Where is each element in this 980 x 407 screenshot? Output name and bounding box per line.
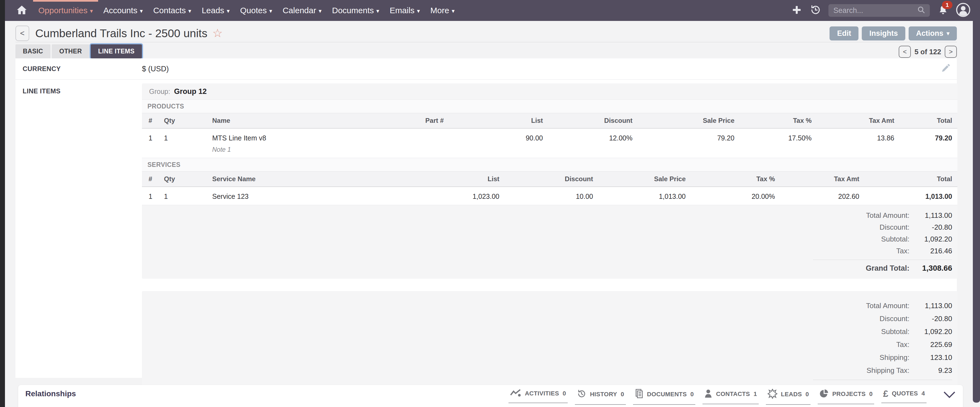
insights-button[interactable]: Insights [862,27,905,41]
service-discount: 10.00 [502,187,596,205]
history-icon [576,389,587,400]
product-name: MTS Line Item v8 [212,134,399,142]
relationships-tab-leads[interactable]: LEADS 0 [766,387,810,405]
nav-item-emails[interactable]: Emails▾ [385,0,425,21]
overall-totals: Total Amount:1,113.00 Discount:-20.80 Su… [142,295,958,399]
history-clock-icon [810,4,821,17]
chevron-left-icon: < [20,29,24,38]
page-title: Cumberland Trails Inc - 2500 units [35,27,207,40]
product-qty: 1 [161,128,210,158]
contacts-icon [704,389,713,399]
tab-other[interactable]: OTHER [52,44,89,59]
line-items-group: Group: Group 12 PRODUCTS # Qty Name [142,84,958,279]
column-header: # [142,113,161,128]
tab-count: 0 [690,391,694,398]
nav-item-label: Accounts [103,6,137,15]
column-header: List [402,171,502,187]
tab-count: 0 [805,391,809,398]
group-totals: Total Amount:1,113.00 Discount:-20.80 Su… [142,205,958,279]
page-scrollbar[interactable] [973,0,980,402]
overall-totals-panel: Total Amount:1,113.00 Discount:-20.80 Su… [142,291,958,399]
nav-item-contacts[interactable]: Contacts▾ [148,0,197,21]
nav-item-leads[interactable]: Leads▾ [197,0,235,21]
search-input[interactable] [833,6,917,15]
tab-line-items[interactable]: LINE ITEMS [91,44,142,59]
relationships-tab-activities[interactable]: ACTIVITIES 0 [509,387,568,403]
relationships-tab-quotes[interactable]: £ QUOTES 4 [881,387,926,403]
tab-label: PROJECTS [832,391,865,397]
total-value: 225.69 [910,340,952,349]
nav-item-label: Opportunities [38,6,88,15]
back-button[interactable]: < [16,25,29,41]
collapse-panel-button[interactable] [943,391,956,400]
notifications-button[interactable]: 1 [938,5,948,16]
service-list-price: 1,023.00 [402,187,502,205]
documents-icon [635,389,643,400]
product-part-number [402,128,447,158]
record-detail-panel: CURRENCY $ (USD) LINE ITEMS Group: Group… [16,59,957,378]
record-pagination: < 5 of 122 > [899,46,957,58]
nav-right-cluster: 1 [792,3,980,19]
total-value: 216.46 [910,247,952,255]
nav-item-label: Contacts [153,6,186,15]
currency-field-value: $ (USD) [142,65,169,73]
nav-item-quotes[interactable]: Quotes▾ [235,0,277,21]
caret-down-icon: ▾ [376,8,379,14]
pound-icon: £ [883,389,888,398]
tab-label: HISTORY [590,391,617,398]
next-record-button[interactable]: > [945,46,957,58]
home-button[interactable] [16,5,27,16]
caret-down-icon: ▾ [417,8,420,14]
product-name-cell: MTS Line Item v8 Note 1 [210,128,402,158]
favorite-star-icon[interactable]: ☆ [212,27,223,39]
services-section-label: SERVICES [142,158,958,171]
total-value: -20.80 [910,223,952,231]
nav-item-documents[interactable]: Documents▾ [327,0,385,21]
relationships-tab-contacts[interactable]: CONTACTS 1 [703,387,759,404]
active-nav-indicator [33,0,98,2]
inline-edit-pencil-icon[interactable] [941,63,950,74]
edit-button[interactable]: Edit [829,27,859,41]
tab-basic[interactable]: BASIC [16,44,51,59]
column-header: Total [897,113,958,128]
search-icon [917,6,926,15]
previous-record-button[interactable]: < [899,46,911,58]
record-tabs: BASIC OTHER LINE ITEMS < 5 of 122 > [16,45,957,59]
nav-item-opportunities[interactable]: Opportunities▾ [33,0,98,21]
total-label: Subtotal: [881,328,910,336]
currency-field-row: CURRENCY $ (USD) [16,59,957,79]
relationships-tab-documents[interactable]: DOCUMENTS 0 [633,387,695,405]
service-row-number: 1 [142,187,161,205]
tab-count: 0 [563,390,566,397]
quick-create-button[interactable] [792,5,802,16]
nav-item-label: More [431,6,449,15]
actions-dropdown-button[interactable]: Actions▾ [908,27,957,41]
user-menu-button[interactable] [956,3,970,19]
product-row: 1 1 MTS Line Item v8 Note 1 90.00 12.00% [142,128,958,158]
relationships-tab-projects[interactable]: PROJECTS 0 [818,387,874,404]
column-header: Qty [161,113,210,128]
chevron-left-icon: < [903,48,907,55]
product-sale-price: 79.20 [635,128,737,158]
recently-viewed-button[interactable] [810,4,821,17]
products-table: # Qty Name Part # List Discount Sale Pri… [142,113,958,158]
actions-button-label: Actions [916,29,943,38]
total-value: -20.80 [910,315,952,323]
column-header: Discount [546,113,635,128]
total-value: 9.23 [910,366,952,375]
totals-row: Discount:-20.80 [142,312,958,325]
totals-row: Total Amount:1,113.00 [142,299,958,312]
nav-item-calendar[interactable]: Calendar▾ [277,0,326,21]
nav-item-accounts[interactable]: Accounts▾ [98,0,148,21]
line-items-field-row: LINE ITEMS Group: Group 12 PRODUCTS [16,79,957,399]
tab-count: 0 [869,391,872,397]
nav-item-label: Documents [332,6,374,15]
nav-item-more[interactable]: More▾ [425,0,460,21]
currency-field-label: CURRENCY [16,65,142,73]
relationships-tab-history[interactable]: HISTORY 0 [575,387,626,405]
product-note: Note 1 [212,146,399,154]
service-sale-price: 1,013.00 [596,187,689,205]
totals-row: Shipping:123.10 [142,351,958,364]
grand-total-value: 1,308.66 [910,264,952,272]
caret-down-icon: ▾ [227,8,230,14]
